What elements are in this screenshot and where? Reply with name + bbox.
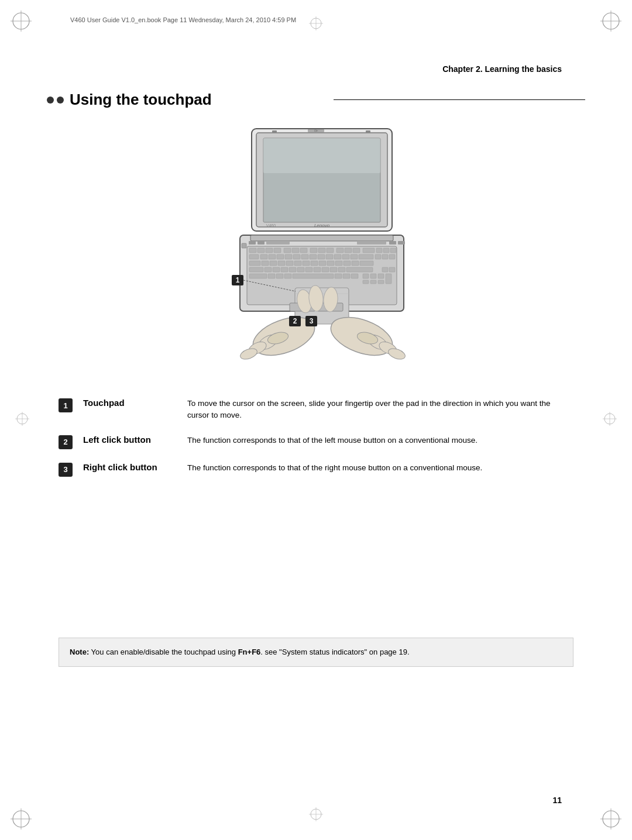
callout-3: 3 <box>305 316 317 326</box>
svg-rect-46 <box>274 248 281 253</box>
svg-rect-84 <box>311 261 318 266</box>
svg-rect-114 <box>370 274 376 278</box>
label-badge-1: 1 <box>59 398 73 412</box>
reg-mark-top-right <box>600 11 621 32</box>
svg-rect-104 <box>389 267 395 272</box>
svg-rect-101 <box>338 267 345 272</box>
reg-mark-right-center <box>603 412 617 428</box>
note-text-1: You can enable/disable the touchpad usin… <box>89 648 238 656</box>
label-description-3: The function corresponds to that of the … <box>187 462 573 474</box>
svg-rect-55 <box>353 248 360 253</box>
svg-rect-111 <box>343 274 350 278</box>
laptop-lid: Lenovo V460 ⊡+ <box>252 129 392 231</box>
label-row-2: 2 Left click button The function corresp… <box>59 435 573 449</box>
svg-rect-119 <box>378 280 384 284</box>
svg-rect-88 <box>344 261 351 266</box>
labels-section: 1 Touchpad To move the cursor on the scr… <box>59 398 573 490</box>
svg-rect-67 <box>310 254 317 259</box>
svg-rect-103 <box>382 267 388 272</box>
svg-rect-79 <box>270 261 277 266</box>
laptop-illustration: Lenovo V460 ⊡+ <box>181 123 451 380</box>
svg-rect-97 <box>305 267 312 272</box>
svg-text:⊡+: ⊡+ <box>314 129 318 132</box>
svg-rect-37 <box>257 241 265 245</box>
svg-rect-70 <box>334 254 341 259</box>
label-title-3: Right click button <box>83 462 177 472</box>
callout-2: 2 <box>289 316 301 326</box>
note-bold-label: Note: <box>70 648 89 656</box>
svg-rect-69 <box>326 254 333 259</box>
svg-rect-99 <box>322 267 329 272</box>
svg-rect-100 <box>330 267 337 272</box>
svg-rect-108 <box>284 274 291 278</box>
svg-rect-50 <box>310 248 317 253</box>
svg-rect-91 <box>249 267 263 272</box>
svg-rect-118 <box>370 280 376 284</box>
svg-text:2: 2 <box>293 317 297 325</box>
label-badge-3: 3 <box>59 463 73 477</box>
svg-rect-92 <box>265 267 272 272</box>
section-bullet-2 <box>57 97 64 104</box>
svg-text:Lenovo: Lenovo <box>314 223 330 228</box>
label-title-2: Left click button <box>83 435 177 445</box>
svg-rect-96 <box>297 267 304 272</box>
svg-rect-27 <box>263 138 380 173</box>
svg-text:3: 3 <box>310 317 314 325</box>
svg-rect-44 <box>257 248 265 253</box>
svg-rect-113 <box>363 274 369 278</box>
svg-rect-93 <box>273 267 280 272</box>
svg-rect-80 <box>278 261 285 266</box>
svg-rect-47 <box>284 248 291 253</box>
svg-rect-98 <box>314 267 321 272</box>
svg-rect-90 <box>360 261 373 266</box>
svg-rect-49 <box>300 248 307 253</box>
svg-rect-83 <box>303 261 310 266</box>
svg-rect-87 <box>335 261 342 266</box>
svg-rect-48 <box>292 248 299 253</box>
svg-rect-116 <box>386 274 391 284</box>
page-number: 11 <box>552 796 562 805</box>
svg-rect-57 <box>376 248 382 253</box>
svg-rect-64 <box>285 254 292 259</box>
svg-text:1: 1 <box>236 276 240 284</box>
svg-rect-105 <box>249 274 267 278</box>
svg-rect-102 <box>346 267 373 272</box>
svg-rect-82 <box>294 261 301 266</box>
svg-rect-120 <box>242 243 246 248</box>
svg-rect-62 <box>269 254 276 259</box>
label-row-3: 3 Right click button The function corres… <box>59 462 573 477</box>
label-title-1: Touchpad <box>83 398 177 408</box>
laptop-svg: Lenovo V460 ⊡+ <box>181 123 451 380</box>
svg-rect-94 <box>281 267 288 272</box>
svg-rect-36 <box>249 241 256 245</box>
svg-rect-66 <box>301 254 308 259</box>
svg-rect-33 <box>366 130 370 133</box>
laptop-base <box>240 235 405 324</box>
section-title-bullets <box>47 97 64 104</box>
svg-rect-86 <box>327 261 334 266</box>
svg-rect-45 <box>266 248 273 253</box>
svg-rect-51 <box>318 248 325 253</box>
reg-mark-bottom-center <box>309 807 323 824</box>
svg-rect-39 <box>357 241 386 245</box>
svg-rect-58 <box>383 248 389 253</box>
svg-rect-77 <box>249 261 260 266</box>
svg-rect-63 <box>277 254 284 259</box>
reg-mark-top-center <box>309 16 323 33</box>
section-title-line <box>334 99 586 101</box>
section-title-text: Using the touchpad <box>70 91 322 109</box>
svg-rect-106 <box>268 274 275 278</box>
svg-rect-71 <box>342 254 349 259</box>
svg-rect-52 <box>327 248 334 253</box>
svg-rect-35 <box>250 235 393 241</box>
section-title-container: Using the touchpad <box>47 91 585 109</box>
svg-rect-60 <box>249 254 259 259</box>
svg-rect-41 <box>398 241 405 245</box>
svg-rect-78 <box>262 261 269 266</box>
svg-rect-68 <box>318 254 325 259</box>
svg-rect-117 <box>363 280 369 284</box>
svg-rect-72 <box>351 254 358 259</box>
svg-rect-76 <box>389 254 395 259</box>
svg-rect-81 <box>286 261 293 266</box>
svg-rect-54 <box>345 248 352 253</box>
